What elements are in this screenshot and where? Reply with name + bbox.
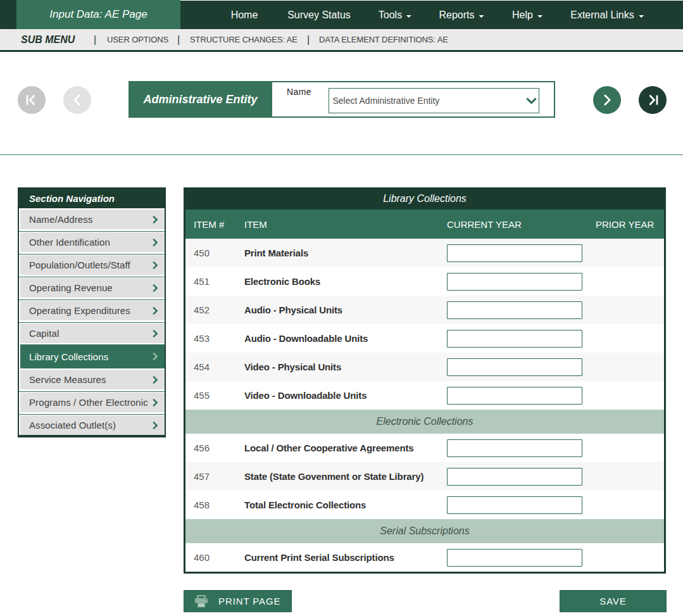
save-button[interactable]: SAVE [560, 590, 667, 612]
horizontal-divider [0, 154, 683, 155]
current-year-input[interactable] [447, 439, 582, 457]
item-label: Video - Physical Units [244, 353, 447, 381]
subheader-label: Serial Subscriptions [185, 519, 664, 543]
current-year-input[interactable] [447, 358, 582, 376]
sidebar-item-service-measures[interactable]: Service Measures [19, 370, 165, 389]
print-page-label: PRINT PAGE [218, 596, 280, 607]
item-label: Total Electronic Collections [244, 491, 447, 519]
entity-select-value: Select Administrative Entity [333, 96, 440, 106]
chevron-right-icon [153, 306, 158, 315]
sidebar-item-other-identification[interactable]: Other Identification [19, 232, 165, 252]
prior-year-cell [596, 543, 664, 572]
nav-item-home[interactable]: Home [231, 1, 258, 30]
sidebar-item-label: Service Measures [29, 374, 106, 385]
nav-item-label: Home [231, 9, 258, 21]
submenu-bar: SUB MENU | USER OPTIONS | STRUCTURE CHAN… [0, 29, 683, 52]
item-number: 453 [185, 324, 244, 353]
nav-item-reports[interactable]: Reports [439, 1, 484, 30]
prior-year-cell [596, 267, 664, 296]
current-year-input[interactable] [447, 549, 582, 567]
item-number: 460 [185, 543, 244, 572]
current-year-input[interactable] [447, 496, 582, 514]
nav-item-label: Tools [379, 9, 402, 21]
navbar-corner [0, 0, 17, 29]
sidebar-item-label: Other Identification [29, 237, 110, 248]
nav-item-survey-status[interactable]: Survey Status [287, 1, 351, 30]
last-page-icon [646, 93, 660, 107]
item-label: Audio - Physical Units [244, 296, 447, 324]
dropdown-caret-icon [479, 15, 484, 18]
item-label: Video - Downloadable Units [244, 381, 447, 410]
table-row: 460 Current Print Serial Subscriptions [185, 543, 664, 572]
item-number: 454 [185, 353, 244, 381]
sidebar-item-capital[interactable]: Capital [19, 324, 165, 343]
printer-icon [195, 595, 208, 608]
sidebar-item-library-collections[interactable]: Library Collections [19, 344, 165, 368]
item-number: 458 [185, 491, 244, 519]
table-row: 458 Total Electronic Collections [185, 491, 664, 519]
table-row: 456 Local / Other Cooperative Agreements [185, 434, 664, 462]
chevron-right-icon [153, 329, 158, 337]
table-row: 450 Print Materials [185, 239, 664, 267]
first-page-button[interactable] [18, 86, 46, 114]
item-number: 457 [185, 462, 244, 491]
item-number: 455 [185, 381, 244, 410]
previous-page-button[interactable] [63, 86, 91, 114]
sidebar-item-label: Name/Address [29, 214, 92, 225]
current-year-input[interactable] [447, 301, 582, 319]
next-page-button[interactable] [593, 86, 621, 114]
current-year-input[interactable] [447, 387, 582, 405]
submenu-title: SUB MENU [21, 29, 75, 50]
sidebar-item-associated-outlets[interactable]: Associated Outlet(s) [19, 415, 165, 435]
prior-year-cell [596, 381, 664, 410]
column-header-current-year: CURRENT YEAR [447, 210, 596, 239]
column-header-prior-year: PRIOR YEAR [596, 210, 664, 239]
top-navbar: Input Data: AE Page Home Survey Status T… [0, 1, 683, 29]
table-title: Library Collections [184, 187, 666, 210]
dropdown-caret-icon [639, 15, 644, 18]
dropdown-caret-icon [537, 15, 542, 18]
sidebar-item-operating-revenue[interactable]: Operating Revenue [19, 278, 165, 298]
item-number: 452 [185, 296, 244, 324]
current-year-input[interactable] [447, 330, 582, 348]
submenu-link-user-options[interactable]: USER OPTIONS [107, 29, 168, 50]
chevron-right-icon [153, 261, 158, 269]
column-header-item: ITEM [244, 210, 447, 239]
table-row: 452 Audio - Physical Units [185, 296, 664, 324]
chevron-right-icon [153, 238, 158, 246]
item-label: State (State Govenment or State Library) [244, 462, 447, 491]
print-page-button[interactable]: PRINT PAGE [184, 590, 292, 612]
sidebar-item-label: Population/Outlets/Staff [29, 260, 130, 270]
sidebar-item-label: Associated Outlet(s) [29, 420, 116, 431]
sidebar-item-name-address[interactable]: Name/Address [19, 210, 165, 229]
sidebar-item-operating-expenditures[interactable]: Operating Expenditures [19, 301, 165, 320]
current-year-input[interactable] [447, 273, 582, 291]
nav-item-external-links[interactable]: External Links [570, 1, 644, 30]
chevron-right-icon [153, 421, 158, 429]
submenu-separator: | [177, 29, 180, 50]
item-number: 456 [185, 434, 244, 462]
table-subheader-serial-subscriptions: Serial Subscriptions [185, 519, 664, 543]
nav-item-label: Reports [439, 9, 474, 21]
next-page-icon [601, 94, 613, 106]
item-label: Audio - Downloadable Units [244, 324, 447, 353]
entity-select[interactable]: Select Administrative Entity [329, 88, 539, 113]
nav-item-tools[interactable]: Tools [379, 1, 411, 30]
nav-item-help[interactable]: Help [512, 1, 542, 30]
last-page-button[interactable] [639, 86, 667, 114]
sidebar-item-population-outlets-staff[interactable]: Population/Outlets/Staff [19, 255, 165, 275]
item-label: Electronic Books [244, 267, 447, 296]
chevron-right-icon [153, 398, 158, 406]
sidebar-item-label: Operating Expenditures [29, 305, 130, 316]
table-row: 455 Video - Downloadable Units [185, 381, 664, 410]
current-year-input[interactable] [447, 468, 582, 486]
section-navigation: Section Navigation Name/Address Other Id… [18, 187, 166, 437]
page-tab[interactable]: Input Data: AE Page [16, 0, 180, 29]
submenu-link-structure-changes[interactable]: STRUCTURE CHANGES: AE [190, 29, 298, 50]
current-year-input[interactable] [447, 244, 582, 262]
item-number: 450 [185, 239, 244, 267]
submenu-link-data-element-definitions[interactable]: DATA ELEMENT DEFINITIONS: AE [319, 29, 448, 50]
chevron-right-icon [153, 375, 158, 384]
sidebar-item-programs-other-electronic[interactable]: Programs / Other Electronic [19, 393, 165, 412]
previous-page-icon [72, 94, 83, 106]
